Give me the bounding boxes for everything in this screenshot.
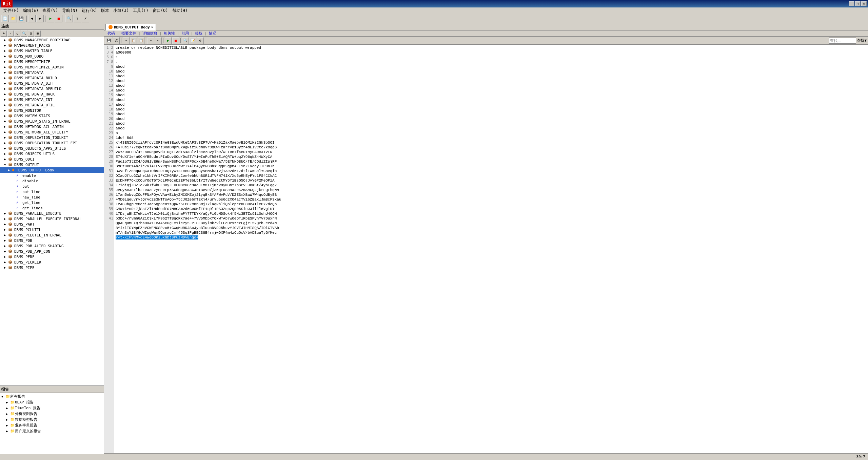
tree-node[interactable]: ▶📦DBMS_MEMOPTIMIZE_ADMIN: [0, 64, 104, 70]
menu-item-t[interactable]: 工具(T): [131, 7, 151, 14]
report-tree-node[interactable]: ▶📁 TimeTen 报告: [1, 405, 103, 411]
search-input[interactable]: [829, 38, 856, 44]
tree-node[interactable]: ▼📦DBMS_OUTPUT: [0, 162, 104, 167]
tree-node[interactable]: ▶📦DBMS_PERF: [0, 254, 104, 259]
tree-node[interactable]: ▶📦MANAGEMENT_PACKS: [0, 43, 104, 48]
tree-toggle[interactable]: ▶: [4, 255, 8, 258]
report-toggle[interactable]: ▶: [6, 401, 10, 404]
tree-toggle[interactable]: ▶: [4, 55, 8, 58]
maximize-button[interactable]: □: [855, 1, 861, 6]
tree-toggle[interactable]: ▶: [4, 233, 8, 237]
tree-node[interactable]: ▶📦DBMS_METADATA_INT: [0, 97, 104, 102]
tree-toggle[interactable]: ▶: [4, 266, 8, 269]
tree-toggle[interactable]: ▶: [4, 250, 8, 253]
report-tree-node[interactable]: ▶📁 数据模型报告: [1, 417, 103, 422]
code-editor[interactable]: create or replace NONEDITIONABLE package…: [114, 45, 868, 453]
toolbar-open[interactable]: 📁: [9, 15, 17, 22]
tab-close-button[interactable]: ✕: [151, 25, 153, 29]
report-toggle[interactable]: ▶: [6, 424, 10, 427]
menu-item-v[interactable]: 查看(V): [40, 7, 60, 14]
lp-filter[interactable]: 🔍: [21, 30, 27, 37]
tree-node[interactable]: ▶📦DBMS_PCLUTIL: [0, 227, 104, 232]
report-tree-node[interactable]: ▶📁 OLAP 报告: [1, 399, 103, 405]
toolbar-back[interactable]: ◀: [28, 15, 36, 22]
tree-node[interactable]: ▶📦DBMS_MONITOR: [0, 108, 104, 113]
toolbar-new[interactable]: 📄: [1, 15, 9, 22]
tree-toggle[interactable]: ▶: [4, 65, 8, 69]
ed-redo[interactable]: ↪: [155, 37, 162, 44]
report-toggle[interactable]: ▶: [6, 418, 10, 421]
tree-node[interactable]: ▶📦DBMS_PCLUTIL_INTERNAL: [0, 232, 104, 238]
ed-undo[interactable]: ↩: [147, 37, 154, 44]
report-tree[interactable]: ▼📁 所有报告▶📁 OLAP 报告▶📁 TimeTen 报告▶📁 分析视图报告▶…: [0, 393, 104, 454]
toolbar-search[interactable]: 🔍: [65, 15, 73, 22]
tree-toggle[interactable]: ▶: [4, 158, 8, 161]
tree-toggle[interactable]: ▶: [4, 98, 8, 101]
tree-toggle[interactable]: ▶: [4, 212, 8, 215]
lp-refresh[interactable]: ↻: [14, 30, 20, 37]
tree-toggle[interactable]: ▶: [4, 125, 8, 128]
tree-node[interactable]: ▶📦DBMS_METADATA: [0, 70, 104, 75]
tree-toggle[interactable]: ▶: [4, 92, 8, 96]
sub-tab-相关性[interactable]: 相关性: [162, 30, 177, 36]
lp-add[interactable]: +: [1, 30, 7, 37]
report-tree-node[interactable]: ▶📁 用户定义的报告: [1, 428, 103, 434]
tree-toggle[interactable]: ▶: [4, 44, 8, 47]
tree-node[interactable]: ▶📦DBMS_PICKLER: [0, 259, 104, 265]
tree-toggle[interactable]: ▶: [4, 87, 8, 90]
tree-node[interactable]: ▶📦DBMS_PDB_ALTER_SHARING: [0, 243, 104, 249]
menu-item-[interactable]: 版本: [99, 7, 111, 14]
menu-item-n[interactable]: 导航(N): [60, 7, 80, 14]
ed-paste[interactable]: 📋: [138, 37, 144, 44]
menu-item-j[interactable]: 小组(J): [111, 7, 131, 14]
sub-tab-授权[interactable]: 授权: [193, 30, 204, 36]
sub-tab-代码[interactable]: 代码: [105, 30, 117, 36]
menu-item-h[interactable]: 帮助(H): [170, 7, 190, 14]
toolbar-stop[interactable]: ■: [55, 15, 62, 22]
tree-node[interactable]: ▶📦DBMS_MASTER_TABLE: [0, 48, 104, 54]
tree-toggle[interactable]: ▶: [4, 76, 8, 80]
tree-node[interactable]: ⚡put_line: [0, 189, 104, 194]
tree-toggle[interactable]: ▶: [4, 103, 8, 107]
ed-cut[interactable]: ✂: [123, 37, 130, 44]
tree-toggle[interactable]: ▶: [4, 114, 8, 118]
toolbar-connect[interactable]: ⚡: [82, 15, 89, 22]
tree-node[interactable]: ⚡new_line: [0, 194, 104, 200]
toolbar-help[interactable]: ?: [74, 15, 81, 22]
report-tree-node[interactable]: ▶📁 分析视图报告: [1, 411, 103, 417]
tree-node[interactable]: ▶📦DBMS_MVIEW_STATS_INTERNAL: [0, 119, 104, 124]
object-tree[interactable]: ▶📦DBMS_MANAGEMENT_BOOTSTRAP▶📦MANAGEMENT_…: [0, 37, 104, 385]
tree-node[interactable]: ▶📦DBMS_ODCI: [0, 156, 104, 162]
tree-toggle[interactable]: ▶: [4, 130, 8, 134]
report-tree-node[interactable]: ▼📁 所有报告: [1, 394, 103, 399]
ed-format[interactable]: ⚙: [197, 37, 204, 44]
tree-node[interactable]: ⚡enable: [0, 173, 104, 178]
toolbar-save[interactable]: 💾: [18, 15, 25, 22]
tree-node[interactable]: ▶📦DBMS_METADATA_UTIL: [0, 102, 104, 108]
tree-toggle[interactable]: ▶: [4, 109, 8, 112]
tree-toggle[interactable]: ▶: [4, 228, 8, 231]
ed-comment[interactable]: 📝: [190, 37, 196, 44]
tree-node[interactable]: ▶📦DBMS_METADATA_BUILD: [0, 75, 104, 81]
editor-tab[interactable]: DBMS_OUTPUT Body✕: [105, 24, 156, 30]
tree-node[interactable]: ▶📦DBMS_PARALLEL_EXECUTE_INTERNAL: [0, 216, 104, 222]
tree-toggle[interactable]: ▼: [4, 163, 8, 166]
close-button[interactable]: ✕: [861, 1, 867, 6]
menu-item-e[interactable]: 编辑(E): [21, 7, 41, 14]
toolbar-forward[interactable]: ▶: [36, 15, 44, 22]
sub-tab-引用[interactable]: 引用: [179, 30, 191, 36]
tree-toggle[interactable]: ▶: [4, 60, 8, 63]
menu-item-r[interactable]: 运行(R): [80, 7, 99, 14]
tab-bar[interactable]: DBMS_OUTPUT Body✕: [104, 23, 868, 30]
tree-node[interactable]: ⚡disable: [0, 178, 104, 184]
tree-toggle[interactable]: ▶: [4, 147, 8, 150]
tree-node[interactable]: ▶📦DBMS_MEMOPTIMIZE: [0, 59, 104, 64]
menu-item-o[interactable]: 窗口(O): [151, 7, 170, 14]
ed-print[interactable]: 🖨: [113, 37, 120, 44]
lp-remove[interactable]: -: [7, 30, 14, 37]
tree-node[interactable]: ⚡get_line: [0, 200, 104, 205]
tree-node[interactable]: ▶📦DBMS_OBJECTS_APPS_UTILS: [0, 146, 104, 151]
tree-toggle[interactable]: ▶: [4, 136, 8, 139]
sub-tab-概要文件[interactable]: 概要文件: [119, 30, 138, 36]
tree-node[interactable]: ▶📦DBMS_METADATA_DPBUILD: [0, 86, 104, 91]
